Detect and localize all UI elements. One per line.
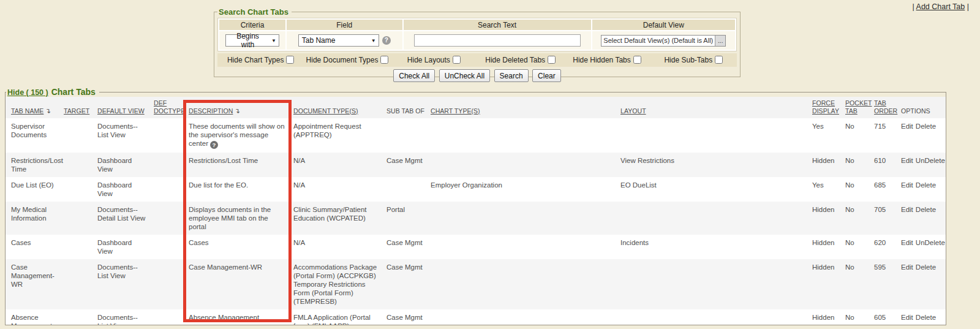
cell-target <box>64 259 97 309</box>
edit-link[interactable]: Edit <box>901 239 913 246</box>
edit-link[interactable]: Edit <box>901 181 913 189</box>
cell-description: Absence Management <box>189 309 293 325</box>
check-all-button[interactable]: Check All <box>393 69 435 82</box>
hide-filters-band: Hide Chart Types Hide Document Types Hid… <box>217 53 737 67</box>
col-header-description[interactable]: DESCRIPTION↴ <box>189 97 293 118</box>
cell-target <box>64 153 97 177</box>
hide-sub-tabs-checkbox[interactable] <box>715 56 723 64</box>
col-header-chart-types[interactable]: CHART TYPE(S) <box>431 97 620 118</box>
cell-layout <box>620 118 812 153</box>
cell-layout <box>620 309 812 325</box>
cell-sub-tab-of: Case Mgmt <box>386 235 431 259</box>
cell-chart-types <box>431 309 620 325</box>
hide-document-types-checkbox[interactable] <box>380 56 388 64</box>
cell-target <box>64 118 97 153</box>
cell-document-types: Accommodations Package (Portal Form) (AC… <box>293 259 386 309</box>
col-header-layout[interactable]: LAYOUT <box>620 97 812 118</box>
hide-sub-tabs-label: Hide Sub-Tabs <box>664 56 712 64</box>
cell-layout: View Restrictions <box>620 153 812 177</box>
cell-chart-types <box>431 259 620 309</box>
cell-document-types: Clinic Summary/Patient Education (WCPATE… <box>293 202 386 235</box>
col-header-force-display[interactable]: FORCE DISPLAY <box>812 97 845 118</box>
chevron-down-icon: ▼ <box>371 38 376 43</box>
cell-sub-tab-of: Case Mgmt <box>386 309 431 325</box>
cell-options: EditUnDelete <box>901 153 946 177</box>
col-header-pocket-tab[interactable]: POCKET TAB <box>845 97 874 118</box>
field-select[interactable]: Tab Name ▼ <box>298 34 379 47</box>
cell-default-view: Documents--List View <box>97 309 154 325</box>
col-header-document-types[interactable]: DOCUMENT TYPE(S) <box>293 97 386 118</box>
cell-chart-types <box>431 235 620 259</box>
hide-deleted-tabs-label: Hide Deleted Tabs <box>485 56 545 64</box>
field-select-value: Tab Name <box>302 36 336 45</box>
cell-layout: Incidents <box>620 235 812 259</box>
cell-tab-order: 685 <box>874 177 901 202</box>
table-row: Absence Management Documents--List View … <box>6 309 946 325</box>
help-icon[interactable]: ? <box>210 141 218 149</box>
cell-def-doctype <box>154 177 189 202</box>
search-text-input[interactable] <box>414 34 581 47</box>
chart-tabs-table: TAB NAME↴ TARGET DEFAULT VIEW DEF DOCTYP… <box>6 97 946 325</box>
edit-link[interactable]: Edit <box>901 314 913 321</box>
cell-tab-order: 610 <box>874 153 901 177</box>
help-icon[interactable]: ? <box>382 36 391 45</box>
clear-button[interactable]: Clear <box>532 69 561 82</box>
col-header-tab-name[interactable]: TAB NAME↴ <box>6 97 64 118</box>
edit-link[interactable]: Edit <box>901 123 913 130</box>
edit-link[interactable]: Edit <box>901 157 913 164</box>
cell-tab-name: Absence Management <box>6 309 64 325</box>
delete-link[interactable]: Delete <box>916 206 936 213</box>
hide-deleted-tabs-checkbox[interactable] <box>548 56 556 64</box>
edit-link[interactable]: Edit <box>901 263 913 271</box>
edit-link[interactable]: Edit <box>901 206 913 213</box>
col-header-default-view[interactable]: DEFAULT VIEW <box>97 97 154 118</box>
cell-default-view: Dashboard View <box>97 153 154 177</box>
uncheck-all-button[interactable]: UnCheck All <box>439 69 490 82</box>
search-button[interactable]: Search <box>494 69 529 82</box>
default-view-picker-value: Select Default View(s) (Default is All) <box>601 36 715 46</box>
search-grid: Criteria Field Search Text Default View … <box>217 18 737 51</box>
cell-tab-order: 705 <box>874 202 901 235</box>
cell-def-doctype <box>154 309 189 325</box>
cell-description: These documents will show on the supervi… <box>189 118 293 153</box>
criteria-header: Criteria <box>219 20 285 30</box>
delete-link[interactable]: Delete <box>916 123 936 130</box>
cell-sub-tab-of: Case Mgmt <box>386 259 431 309</box>
delete-link[interactable]: Delete <box>916 181 936 189</box>
undelete-link[interactable]: UnDelete <box>916 157 945 164</box>
delete-link[interactable]: Delete <box>916 263 936 271</box>
cell-description: Cases <box>189 235 293 259</box>
delete-link[interactable]: Delete <box>916 314 936 321</box>
add-chart-tab-link[interactable]: Add Chart Tab <box>916 2 965 11</box>
cell-document-types: FMLA Application (Portal form) (FMLAAPP) <box>293 309 386 325</box>
table-row: Restrictions/Lost Time Dashboard View Re… <box>6 153 946 177</box>
hide-layouts-label: Hide Layouts <box>407 56 450 64</box>
criteria-select[interactable]: Begins with ▼ <box>225 34 279 47</box>
cell-description: Displays documents in the employee MMI t… <box>189 202 293 235</box>
cell-tab-order: 595 <box>874 259 901 309</box>
hide-chart-types-checkbox[interactable] <box>286 56 294 64</box>
cell-default-view: Documents--Detail List View <box>97 202 154 235</box>
hide-document-types-label: Hide Document Types <box>306 56 379 64</box>
cell-default-view: Documents--List View <box>97 259 154 309</box>
default-view-more-button[interactable]: ... <box>715 36 725 46</box>
default-view-picker[interactable]: Select Default View(s) (Default is All) … <box>601 35 726 47</box>
cell-force-display: Hidden <box>812 235 845 259</box>
col-header-def-doctype[interactable]: DEF DOCTYPE <box>154 97 189 118</box>
hide-layouts-checkbox[interactable] <box>453 56 461 64</box>
cell-chart-types <box>431 202 620 235</box>
sort-icon: ↴ <box>234 107 239 115</box>
table-row: Case Management-WR Documents--List View … <box>6 259 946 309</box>
chart-tabs-table-wrap: TAB NAME↴ TARGET DEFAULT VIEW DEF DOCTYP… <box>6 97 946 325</box>
undelete-link[interactable]: UnDelete <box>916 239 945 246</box>
separator: | <box>967 2 969 11</box>
search-buttons-row: Check All UnCheck All Search Clear <box>217 69 737 82</box>
col-header-tab-order[interactable]: TAB ORDER <box>874 97 901 118</box>
cell-description: Due list for the EO. <box>189 177 293 202</box>
cell-tab-order: 620 <box>874 235 901 259</box>
cell-tab-name: Case Management-WR <box>6 259 64 309</box>
hide-hidden-tabs-checkbox[interactable] <box>633 56 641 64</box>
col-header-target[interactable]: TARGET <box>64 97 97 118</box>
cell-tab-order: 715 <box>874 118 901 153</box>
hide-count-link[interactable]: Hide ( 150 ) <box>7 88 48 97</box>
